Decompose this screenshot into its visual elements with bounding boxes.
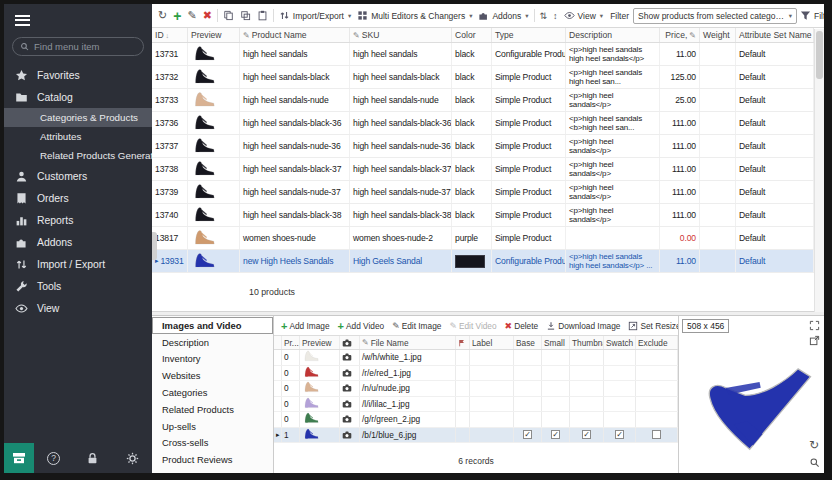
preview-column[interactable]: Preview <box>300 336 340 349</box>
base-column[interactable]: Base <box>514 336 542 349</box>
cell-thumbna[interactable]: ✓ <box>570 428 604 443</box>
column-header-product-name[interactable]: ✎Product Name <box>240 28 350 42</box>
product-row[interactable]: 13739high heel sandals-nude-37high heel … <box>152 181 814 204</box>
checkbox-thumbna[interactable]: ✓ <box>582 430 591 439</box>
product-row[interactable]: ▸13931new High Heels SandalsHigh Geels S… <box>152 250 814 273</box>
column-header-type[interactable]: Type <box>492 28 566 42</box>
cell-exclude[interactable] <box>636 397 678 412</box>
tab-up-sells[interactable]: Up-sells <box>152 418 273 435</box>
sidebar-item-reports[interactable]: Reports <box>4 209 152 231</box>
help-icon[interactable]: ? <box>34 452 73 465</box>
fullscreen-icon[interactable] <box>809 320 820 331</box>
cell-thumbna[interactable] <box>570 381 604 396</box>
image-row[interactable]: 0/g/r/green_2.jpg <box>274 412 678 428</box>
vertical-scrollbar[interactable] <box>814 29 824 312</box>
column-header-sku[interactable]: ✎SKU <box>350 28 452 42</box>
cell-small[interactable] <box>542 366 570 381</box>
column-header-attribute-set-name[interactable]: Attribute Set Name <box>736 28 814 42</box>
image-row[interactable]: 0/n/u/nude.jpg <box>274 381 678 397</box>
sidebar-item-addons[interactable]: Addons <box>4 231 152 253</box>
multi-editors-menu[interactable]: Multi Editors & Changers▾ <box>354 6 475 26</box>
cell-swatch[interactable] <box>604 381 636 396</box>
cell-base[interactable]: ✓ <box>514 428 542 443</box>
sidebar-item-catalog[interactable]: Catalog <box>4 86 152 108</box>
cell-thumbna[interactable] <box>570 350 604 365</box>
tab-inventory[interactable]: Inventory <box>152 351 273 368</box>
sidebar-item-favorites[interactable]: Favorites <box>4 64 152 86</box>
sort-icon[interactable]: ⇅ <box>537 6 551 26</box>
sidebar-item-attributes[interactable]: Attributes <box>4 127 152 146</box>
store-icon[interactable] <box>4 443 34 473</box>
cell-small[interactable] <box>542 381 570 396</box>
set-resize-rule-button[interactable]: Set Resize Rule <box>625 321 678 331</box>
tab-product-reviews[interactable]: Product Reviews <box>152 451 273 468</box>
cell-base[interactable] <box>514 397 542 412</box>
tab-related-products[interactable]: Related Products <box>152 401 273 418</box>
product-row[interactable]: 13732high heel sandals-blackhigh heel sa… <box>152 66 814 89</box>
sidebar-item-categories-products[interactable]: Categories & Products <box>4 108 152 127</box>
product-row[interactable]: 13731high heel sandalshigh heel sandalsb… <box>152 43 814 66</box>
delete-button[interactable]: ✖ <box>200 6 215 26</box>
cell-thumbna[interactable] <box>570 366 604 381</box>
addons-menu[interactable]: Addons▾ <box>475 6 531 26</box>
position-column[interactable]: Pr... <box>282 336 300 349</box>
column-header-description[interactable]: Description <box>566 28 660 42</box>
product-row[interactable]: 13733high heel sandals-nudehigh heel san… <box>152 89 814 112</box>
add-image-button[interactable]: +Add Image <box>278 320 333 332</box>
category-filter-select[interactable]: Show products from selected categories ▾ <box>633 8 797 24</box>
scrollbar-thumb[interactable] <box>816 31 823 79</box>
cell-thumbna[interactable] <box>570 397 604 412</box>
edit-image-button[interactable]: ✎Edit Image <box>389 321 444 331</box>
view-menu[interactable]: View▾ <box>561 6 607 26</box>
refresh-preview-icon[interactable]: ↻ <box>809 438 819 452</box>
sort-alt-icon[interactable]: ↕ <box>550 6 561 26</box>
cell-thumbna[interactable] <box>570 412 604 427</box>
label-column[interactable]: Label <box>470 336 514 349</box>
cell-exclude[interactable] <box>636 428 678 443</box>
cell-base[interactable] <box>514 366 542 381</box>
column-header-id[interactable]: ID↓ <box>152 28 188 42</box>
cell-exclude[interactable] <box>636 350 678 365</box>
import-export-menu[interactable]: Import/Export▾ <box>276 6 354 26</box>
tab-cross-sells[interactable]: Cross-sells <box>152 435 273 452</box>
zoom-icon[interactable] <box>809 457 820 468</box>
cell-base[interactable] <box>514 381 542 396</box>
sidebar-collapse-handle[interactable] <box>152 232 157 260</box>
checkbox-exclude[interactable] <box>652 430 661 439</box>
thumbnail-column[interactable]: Thumbna <box>570 336 604 349</box>
swatch-column[interactable]: Swatch <box>604 336 636 349</box>
image-row[interactable]: ▸1/b/1/blue_6.jpg✓✓✓✓ <box>274 428 678 444</box>
copy-icon[interactable] <box>220 6 237 26</box>
expand-column[interactable] <box>274 336 282 349</box>
product-row[interactable]: 13740high heel sandals-black-38high heel… <box>152 204 814 227</box>
image-row[interactable]: 0/w/h/white_1.jpg <box>274 350 678 366</box>
product-row[interactable]: 13736high heel sandals-black-36high heel… <box>152 112 814 135</box>
column-header-price[interactable]: Price,✎ <box>660 28 700 42</box>
sidebar-search[interactable]: Find menu item <box>12 37 144 56</box>
delete-button[interactable]: ✖Delete <box>502 321 542 331</box>
cell-swatch[interactable] <box>604 397 636 412</box>
cell-exclude[interactable] <box>636 381 678 396</box>
gear-icon[interactable] <box>113 452 152 465</box>
cell-swatch[interactable] <box>604 412 636 427</box>
cell-base[interactable] <box>514 350 542 365</box>
lock-icon[interactable] <box>73 452 112 465</box>
checkbox-small[interactable]: ✓ <box>551 430 560 439</box>
tab-categories[interactable]: Categories <box>152 384 273 401</box>
flag-column[interactable] <box>456 336 470 349</box>
cell-small[interactable]: ✓ <box>542 428 570 443</box>
duplicate-icon[interactable] <box>237 6 254 26</box>
clipboard-icon[interactable] <box>254 6 271 26</box>
column-header-preview[interactable]: Preview <box>188 28 240 42</box>
cell-small[interactable] <box>542 397 570 412</box>
filters-menu[interactable]: Filters▾ <box>797 6 824 26</box>
checkbox-base[interactable]: ✓ <box>523 430 532 439</box>
exclude-column[interactable]: Exclude <box>636 336 678 349</box>
download-image-button[interactable]: Download Image <box>543 321 623 331</box>
product-row[interactable]: 13737high heel sandals-nude-36high heel … <box>152 135 814 158</box>
cell-small[interactable] <box>542 412 570 427</box>
cell-base[interactable] <box>514 412 542 427</box>
cell-swatch[interactable] <box>604 366 636 381</box>
sidebar-item-import-export[interactable]: Import / Export <box>4 253 152 275</box>
tab-description[interactable]: Description <box>152 334 273 351</box>
